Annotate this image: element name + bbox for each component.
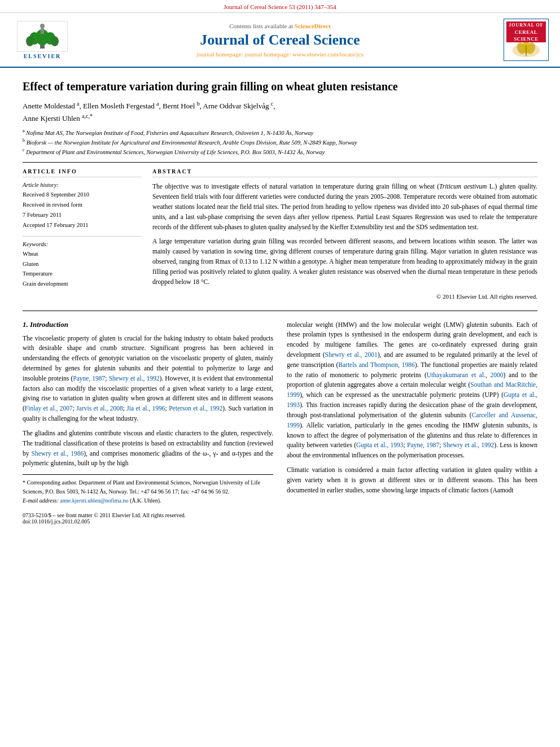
sciencedirect-link[interactable]: ScienceDirect: [295, 23, 331, 29]
accepted-date: Accepted 17 February 2011: [23, 220, 141, 230]
journal-logo-area: JOURNAL OF CEREAL SCIENCE: [487, 19, 549, 61]
issn-line: 0733-5210/$ – see front matter © 2011 El…: [23, 512, 273, 525]
ref-shewry1992b[interactable]: Shewry et al., 1992: [443, 442, 494, 448]
abstract-para-2: A large temperature variation during gra…: [152, 237, 537, 287]
affiliation-c: c Department of Plant and Environmental …: [23, 147, 537, 156]
elsevier-text: ELSEVIER: [24, 53, 62, 59]
section1-heading: 1. Introduction: [23, 320, 273, 329]
info-abstract-columns: ARTICLE INFO Article history: Received 8…: [23, 168, 537, 301]
abstract-title: ABSTRACT: [152, 168, 537, 177]
ref-shewry1992[interactable]: Shewry et al., 1992: [109, 375, 160, 382]
email-note: E-mail address: anne.kjersti.uhlen@nofim…: [23, 496, 273, 505]
keyword-grain-development: Grain development: [23, 279, 141, 289]
sciencedirect-line: Contents lists available at ScienceDirec…: [73, 23, 487, 29]
body-left-column: 1. Introduction The viscoelastic propert…: [23, 320, 273, 525]
elsevier-logo-box: [17, 21, 68, 52]
ref-carceller1999[interactable]: Carceller and Aussenac, 1999: [287, 412, 537, 429]
svg-point-4: [26, 36, 34, 46]
doi-text: doi:10.1016/j.jcs.2011.02.005: [23, 518, 273, 525]
keywords-label: Keywords:: [23, 241, 141, 247]
affiliation-a: a Nofima Mat AS, The Norwegian Institute…: [23, 128, 537, 137]
intro-para-2: The gliadins and glutenins contribute vi…: [23, 429, 273, 469]
keyword-wheat: Wheat: [23, 249, 141, 259]
ref-shewry1986[interactable]: Shewry et al., 1986: [32, 450, 84, 457]
copyright-line: © 2011 Elsevier Ltd. All rights reserved…: [152, 292, 537, 302]
corresponding-author-note: * Corresponding author. Department of Pl…: [23, 478, 273, 496]
footnote: * Corresponding author. Department of Pl…: [23, 478, 273, 505]
logo-journal-label: JOURNAL OF: [506, 21, 546, 29]
section1-right-body: molecular weight (HMW) and the low molec…: [287, 320, 537, 496]
svg-point-5: [51, 36, 59, 46]
recorded-word: recorded: [299, 238, 322, 244]
intro-para-1: The viscoelastic property of gluten is c…: [23, 334, 273, 424]
revised-label: Received in revised form: [23, 200, 141, 210]
author-email[interactable]: anne.kjersti.uhlen@nofima.no: [60, 497, 128, 504]
body-right-column: molecular weight (HMW) and the low molec…: [287, 320, 537, 525]
footnote-divider: [23, 474, 273, 475]
ref-shewry2001[interactable]: Shewry et al., 2001: [325, 351, 377, 358]
journal-citation: Journal of Cereal Science 53 (2011) 347–…: [224, 3, 336, 10]
article-info-panel: ARTICLE INFO Article history: Received 8…: [23, 168, 141, 301]
article-dates: Received 8 September 2010 Received in re…: [23, 190, 141, 230]
logo-cereal-label: CEREAL: [506, 29, 546, 36]
keywords-divider: [23, 236, 141, 237]
svg-rect-7: [41, 28, 44, 34]
ref-peterson1992[interactable]: Peterson et al., 1992: [169, 405, 222, 412]
section-divider: [23, 311, 537, 311]
elsevier-logo-area: ELSEVIER: [11, 21, 73, 59]
received-date: Received 8 September 2010: [23, 190, 141, 200]
homepage-link[interactable]: journal homepage: www.elsevier.com/locat…: [244, 51, 364, 58]
ref-southan1999[interactable]: Southan and MacRitchie, 1999: [287, 381, 537, 398]
revised-date: 7 February 2011: [23, 210, 141, 220]
keyword-gluten: Gluten: [23, 259, 141, 269]
keyword-temperature: Temperature: [23, 269, 141, 279]
affiliations: a Nofima Mat AS, The Norwegian Institute…: [23, 128, 537, 157]
right-para-2: Climatic variation is considered a main …: [287, 465, 537, 495]
ref-bartels1986[interactable]: Bartels and Thompson, 1986: [338, 361, 415, 368]
abstract-para-1: The objective was to investigate effects…: [152, 182, 537, 232]
separator-after-affiliations: [23, 162, 537, 163]
authors: Anette Moldestad a, Ellen Mosleth Ferges…: [23, 99, 537, 124]
journal-title: Journal of Cereal Science: [73, 32, 487, 49]
elsevier-tree-svg: [18, 21, 67, 51]
affiliation-b: b Bioforsk — the Norwegian Institute for…: [23, 137, 537, 147]
ref-gupta1993[interactable]: Gupta et al., 1993: [287, 391, 537, 408]
abstract-panel: ABSTRACT The objective was to investigat…: [152, 168, 537, 301]
keywords-list: Wheat Gluten Temperature Grain developme…: [23, 249, 141, 289]
issn-text: 0733-5210/$ – see front matter © 2011 El…: [23, 512, 273, 518]
ref-uthaya2000[interactable]: Uthayakumaran et al., 2000: [427, 372, 504, 378]
main-content: Effect of temperature variation during g…: [0, 79, 560, 525]
ref-jia1996[interactable]: Jia et al., 1996: [126, 405, 165, 412]
abstract-text: The objective was to investigate effects…: [152, 182, 537, 301]
logo-wheat-svg: [509, 42, 543, 58]
ref-gupta1993b[interactable]: Gupta et al., 1993: [356, 442, 403, 448]
article-info-title: ARTICLE INFO: [23, 168, 141, 177]
journal-header: ELSEVIER Contents lists available at Sci…: [0, 13, 560, 68]
logo-science-label: SCIENCE: [506, 36, 546, 42]
history-label: Article history:: [23, 182, 141, 188]
journal-header-center: Contents lists available at ScienceDirec…: [73, 23, 487, 58]
article-title: Effect of temperature variation during g…: [23, 79, 537, 94]
section1-body: The viscoelastic property of gluten is c…: [23, 334, 273, 469]
ref-payne1987b[interactable]: Payne, 1987: [407, 442, 439, 448]
body-columns: 1. Introduction The viscoelastic propert…: [23, 320, 537, 525]
ref-payne1987[interactable]: Payne, 1987: [73, 375, 105, 382]
ref-jarvis2008[interactable]: Jarvis et al., 2008: [76, 405, 123, 412]
svg-point-6: [40, 24, 45, 28]
ref-finlay2007[interactable]: Finlay et al., 2007: [25, 405, 73, 412]
journal-homepage: journal homepage: journal homepage: www.…: [73, 51, 487, 58]
top-bar: Journal of Cereal Science 53 (2011) 347–…: [0, 0, 560, 13]
right-para-1: molecular weight (HMW) and the low molec…: [287, 320, 537, 461]
journal-logo-box: JOURNAL OF CEREAL SCIENCE: [504, 19, 549, 61]
